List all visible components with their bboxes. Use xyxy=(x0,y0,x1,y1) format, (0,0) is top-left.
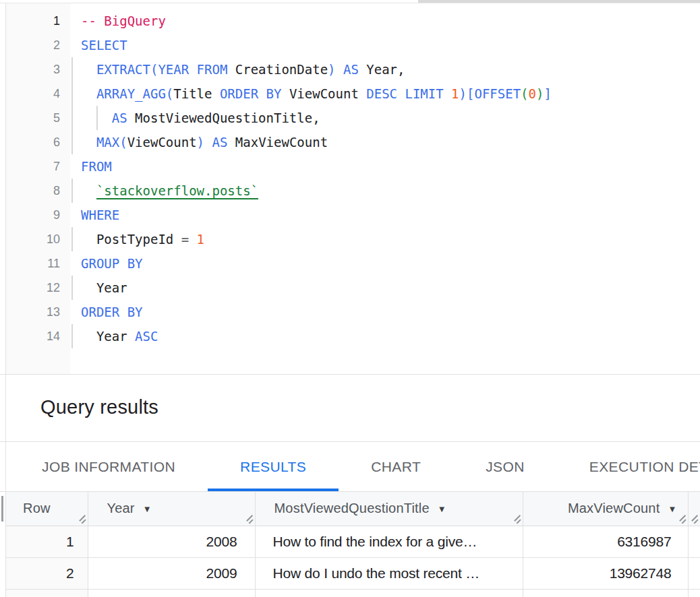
code-text: PostTypeId = 1 xyxy=(81,227,204,251)
column-header-mostviewedquestiontitle[interactable]: MostViewedQuestionTitle▼ xyxy=(255,492,523,526)
code-line[interactable]: 9WHERE xyxy=(6,203,700,227)
code-line[interactable]: 7FROM xyxy=(6,154,700,179)
code-text: SELECT xyxy=(81,33,127,57)
code-text: WHERE xyxy=(81,203,119,227)
indent-guide xyxy=(71,324,73,348)
results-table-container: RowYear▼MostViewedQuestionTitle▼MaxViewC… xyxy=(0,492,700,597)
line-number: 2 xyxy=(6,33,60,57)
code-line[interactable]: 2SELECT xyxy=(6,33,700,57)
code-line[interactable]: 3 EXTRACT(YEAR FROM CreationDate) AS Yea… xyxy=(6,57,700,82)
table-cell xyxy=(688,526,700,557)
query-results-header: Query results xyxy=(0,375,700,441)
line-number: 4 xyxy=(6,82,60,106)
table-cell xyxy=(255,589,523,597)
line-number: 6 xyxy=(6,130,60,154)
results-table: RowYear▼MostViewedQuestionTitle▼MaxViewC… xyxy=(5,492,700,597)
code-line[interactable]: 5 AS MostViewedQuestionTitle, xyxy=(6,106,700,130)
column-menu-icon[interactable]: ▼ xyxy=(143,504,152,514)
table-cell: 6316987 xyxy=(523,526,688,557)
code-text: GROUP BY xyxy=(81,251,143,276)
tab-results[interactable]: RESULTS xyxy=(208,442,339,491)
page-title: Query results xyxy=(40,396,158,418)
line-number: 11 xyxy=(6,251,60,276)
indent-guide xyxy=(71,57,73,82)
column-label: MaxViewCount xyxy=(568,501,660,515)
code-line[interactable]: 6 MAX(ViewCount) AS MaxViewCount xyxy=(6,130,700,154)
bigquery-panel: 1-- BigQuery2SELECT3 EXTRACT(YEAR FROM C… xyxy=(0,0,700,597)
panel-left-border xyxy=(5,3,6,597)
column-menu-icon[interactable]: ▼ xyxy=(668,504,676,514)
results-vertical-scrollbar[interactable] xyxy=(1,496,3,522)
code-line[interactable]: 10 PostTypeId = 1 xyxy=(6,227,700,251)
indent-guide xyxy=(71,106,73,130)
table-cell: 2 xyxy=(5,557,88,589)
line-number: 5 xyxy=(6,106,60,130)
table-cell: 13962748 xyxy=(523,557,688,589)
indent-guide xyxy=(71,227,73,251)
code-text: `stackoverflow.posts` xyxy=(81,179,258,203)
code-line[interactable]: 11GROUP BY xyxy=(6,251,700,276)
column-label: Year xyxy=(107,501,135,515)
column-menu-icon[interactable]: ▼ xyxy=(438,504,446,514)
code-line[interactable]: 14 Year ASC xyxy=(6,324,700,348)
line-number: 8 xyxy=(6,179,60,203)
column-label: MostViewedQuestionTitle xyxy=(274,501,430,515)
column-header-row[interactable]: Row xyxy=(5,492,88,526)
column-header-year[interactable]: Year▼ xyxy=(88,492,255,526)
code-line[interactable]: 13ORDER BY xyxy=(6,300,700,324)
tab-chart[interactable]: CHART xyxy=(339,442,453,491)
tab-execution-details[interactable]: EXECUTION DETAILS xyxy=(557,442,700,491)
code-line[interactable]: 8 `stackoverflow.posts` xyxy=(6,179,700,203)
code-text: Year ASC xyxy=(81,324,158,348)
table-cell: How to find the index for a give… xyxy=(255,526,523,557)
line-number: 13 xyxy=(6,300,60,324)
line-number: 7 xyxy=(6,154,60,179)
code-line[interactable]: 12 Year xyxy=(6,276,700,300)
line-number: 14 xyxy=(6,324,60,348)
table-cell xyxy=(88,589,255,597)
code-line[interactable]: 1-- BigQuery xyxy=(6,9,700,33)
sql-editor[interactable]: 1-- BigQuery2SELECT3 EXTRACT(YEAR FROM C… xyxy=(0,3,700,374)
table-cell: 2009 xyxy=(88,557,255,589)
column-resize-handle-icon[interactable] xyxy=(512,515,521,524)
table-cell xyxy=(523,589,688,597)
column-label: Row xyxy=(23,501,51,515)
code-text: ORDER BY xyxy=(81,300,143,324)
code-text: ARRAY_AGG(Title ORDER BY ViewCount DESC … xyxy=(81,82,552,106)
code-text: -- BigQuery xyxy=(81,9,166,33)
code-text: FROM xyxy=(81,154,112,179)
table-cell xyxy=(5,589,88,597)
table-cell: How do I undo the most recent … xyxy=(255,557,523,589)
column-resize-handle-icon[interactable] xyxy=(77,515,86,524)
table-row: 12008How to find the index for a give…63… xyxy=(5,526,700,557)
table-header-row: RowYear▼MostViewedQuestionTitle▼MaxViewC… xyxy=(5,492,700,526)
code-text: Year xyxy=(81,276,127,300)
indent-guide xyxy=(71,82,73,106)
column-resize-handle-icon[interactable] xyxy=(244,515,254,524)
column-header-extra xyxy=(688,492,700,526)
line-number: 10 xyxy=(6,227,60,251)
tab-json[interactable]: JSON xyxy=(453,442,557,491)
table-cell: 2008 xyxy=(88,526,255,557)
editor-horizontal-scrollbar-thumb[interactable] xyxy=(418,0,700,3)
code-text: MAX(ViewCount) AS MaxViewCount xyxy=(81,130,328,154)
indent-guide xyxy=(71,130,73,154)
code-text: AS MostViewedQuestionTitle, xyxy=(81,106,320,130)
code-text: EXTRACT(YEAR FROM CreationDate) AS Year, xyxy=(81,57,405,82)
indent-guide xyxy=(71,179,73,203)
code-line[interactable]: 4 ARRAY_AGG(Title ORDER BY ViewCount DES… xyxy=(6,82,700,106)
line-number: 12 xyxy=(6,276,60,300)
results-tab-bar: JOB INFORMATIONRESULTSCHARTJSONEXECUTION… xyxy=(0,442,700,491)
table-row: 22009How do I undo the most recent …1396… xyxy=(5,557,700,589)
column-resize-handle-icon[interactable] xyxy=(677,515,687,524)
line-number: 1 xyxy=(6,9,60,33)
indent-guide xyxy=(71,276,73,300)
column-resize-handle-icon[interactable] xyxy=(689,515,699,524)
table-cell: 1 xyxy=(5,526,88,557)
tab-job-information[interactable]: JOB INFORMATION xyxy=(9,442,208,491)
line-number: 9 xyxy=(6,203,60,227)
table-cell xyxy=(688,557,700,589)
line-number: 3 xyxy=(6,57,60,82)
code-lines[interactable]: 1-- BigQuery2SELECT3 EXTRACT(YEAR FROM C… xyxy=(6,9,700,348)
column-header-maxviewcount[interactable]: MaxViewCount▼ xyxy=(523,492,688,526)
